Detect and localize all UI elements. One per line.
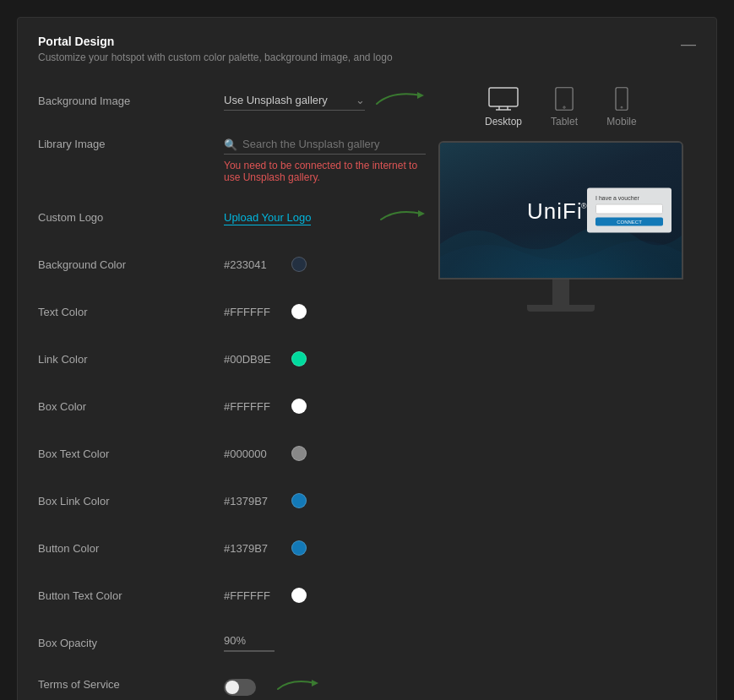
color-label-2: Link Color xyxy=(38,353,224,366)
mobile-tab-label: Mobile xyxy=(606,116,636,128)
svg-text:®: ® xyxy=(581,202,587,210)
background-image-control: Use Unsplash gallery ⌄ xyxy=(224,90,365,111)
card-title-block: Portal Design Customize your hotspot wit… xyxy=(38,35,393,63)
color-control-5: #1379B7 xyxy=(224,493,426,508)
custom-logo-label: Custom Logo xyxy=(38,211,224,224)
library-image-label: Library Image xyxy=(38,134,224,150)
color-row-2: Link Color #00DB9E xyxy=(38,345,426,372)
color-row-5: Box Link Color #1379B7 xyxy=(38,487,426,514)
device-tab-mobile[interactable]: Mobile xyxy=(606,87,637,128)
color-swatch-7[interactable] xyxy=(291,588,307,603)
color-row-0: Background Color #233041 xyxy=(38,251,426,278)
right-pane: Desktop Tablet Mobil xyxy=(426,87,696,700)
terms-control: Users will be required to accept the Ter… xyxy=(224,676,426,700)
card-subtitle: Customize your hotspot with custom color… xyxy=(38,52,393,63)
color-control-6: #1379B7 xyxy=(224,540,426,556)
svg-marker-0 xyxy=(417,92,424,99)
terms-toggle[interactable] xyxy=(224,679,256,696)
background-image-label: Background Image xyxy=(38,95,224,107)
color-label-0: Background Color xyxy=(38,258,224,271)
color-row-inner-5: #1379B7 xyxy=(224,493,426,508)
svg-marker-1 xyxy=(418,210,425,217)
voucher-input-mock xyxy=(595,204,663,214)
mobile-icon xyxy=(606,87,637,111)
custom-logo-row: Custom Logo Upload Your Logo xyxy=(38,203,426,231)
voucher-title: I have a voucher xyxy=(595,195,663,201)
library-image-control: 🔍 You need to be connected to the intern… xyxy=(224,134,426,183)
desktop-tab-label: Desktop xyxy=(485,116,522,128)
monitor-base xyxy=(527,305,595,312)
device-tab-desktop[interactable]: Desktop xyxy=(485,87,522,128)
color-swatch-4[interactable] xyxy=(291,446,307,461)
color-label-1: Text Color xyxy=(38,306,224,318)
logo-arrow-indicator xyxy=(379,207,426,228)
voucher-box: I have a voucher CONNECT xyxy=(587,188,671,233)
color-control-2: #00DB9E xyxy=(224,351,426,366)
color-row-4: Box Text Color #000000 xyxy=(38,440,426,467)
tablet-icon xyxy=(549,87,579,111)
library-search-input[interactable] xyxy=(224,134,426,155)
device-tab-tablet[interactable]: Tablet xyxy=(549,87,579,128)
background-image-dropdown[interactable]: Use Unsplash gallery ⌄ xyxy=(224,90,365,111)
main-content: Background Image Use Unsplash gallery ⌄ xyxy=(38,87,696,700)
chevron-down-icon: ⌄ xyxy=(356,94,365,106)
library-image-row: Library Image 🔍 You need to be connected… xyxy=(38,134,426,183)
color-label-4: Box Text Color xyxy=(38,448,224,460)
color-hex-5: #1379B7 xyxy=(224,495,285,507)
color-label-3: Box Color xyxy=(38,400,224,413)
monitor-stem xyxy=(552,279,569,305)
color-label-7: Button Text Color xyxy=(38,589,224,602)
color-row-inner-1: #FFFFFF xyxy=(224,304,426,319)
color-swatch-3[interactable] xyxy=(291,399,307,414)
opacity-bar xyxy=(224,650,275,652)
minimize-button[interactable]: — xyxy=(681,36,696,52)
color-hex-4: #000000 xyxy=(224,448,285,460)
color-swatch-0[interactable] xyxy=(291,257,307,272)
portal-design-card: Portal Design Customize your hotspot wit… xyxy=(17,17,717,700)
color-swatch-6[interactable] xyxy=(291,540,307,556)
color-swatch-5[interactable] xyxy=(291,493,307,508)
card-title: Portal Design xyxy=(38,35,393,48)
desktop-screen: UniFi ® I have a voucher CONNECT xyxy=(438,141,683,279)
color-control-4: #000000 xyxy=(224,446,426,461)
color-hex-1: #FFFFFF xyxy=(224,306,285,318)
terms-row: Terms of Service xyxy=(38,676,426,700)
background-image-row: Background Image Use Unsplash gallery ⌄ xyxy=(38,87,426,114)
desktop-icon xyxy=(488,87,519,111)
unifi-logo-area: UniFi ® xyxy=(527,193,595,227)
library-error-text: You need to be connected to the internet… xyxy=(224,160,426,183)
color-row-inner-4: #000000 xyxy=(224,446,426,461)
color-hex-3: #FFFFFF xyxy=(224,400,285,413)
left-pane: Background Image Use Unsplash gallery ⌄ xyxy=(38,87,426,700)
background-image-value: Use Unsplash gallery xyxy=(224,94,328,106)
voucher-connect-btn: CONNECT xyxy=(595,218,663,226)
box-opacity-value: 90% xyxy=(224,634,426,647)
color-row-7: Button Text Color #FFFFFF xyxy=(38,582,426,609)
color-hex-6: #1379B7 xyxy=(224,542,285,555)
toggle-knob xyxy=(226,681,239,694)
color-label-6: Button Color xyxy=(38,542,224,555)
upload-logo-link[interactable]: Upload Your Logo xyxy=(224,211,311,225)
color-row-inner-6: #1379B7 xyxy=(224,540,426,556)
color-swatch-2[interactable] xyxy=(291,351,307,366)
search-icon: 🔍 xyxy=(224,138,237,151)
svg-rect-3 xyxy=(489,88,518,106)
terms-label: Terms of Service xyxy=(38,676,224,691)
color-swatch-1[interactable] xyxy=(291,304,307,319)
color-row-inner-3: #FFFFFF xyxy=(224,399,426,414)
search-row: 🔍 xyxy=(224,134,426,155)
color-row-inner-7: #FFFFFF xyxy=(224,588,426,603)
svg-point-10 xyxy=(621,106,623,108)
color-hex-2: #00DB9E xyxy=(224,353,285,366)
color-row-inner-2: #00DB9E xyxy=(224,351,426,366)
color-row-1: Text Color #FFFFFF xyxy=(38,298,426,325)
preview-image-area: UniFi ® I have a voucher CONNECT xyxy=(440,143,682,278)
background-arrow-indicator xyxy=(375,89,426,113)
custom-logo-control: Upload Your Logo xyxy=(224,211,369,224)
color-hex-7: #FFFFFF xyxy=(224,589,285,602)
box-opacity-row: Box Opacity 90% xyxy=(38,629,426,656)
svg-point-8 xyxy=(563,106,565,108)
device-tabs: Desktop Tablet Mobil xyxy=(485,87,637,128)
svg-text:UniFi: UniFi xyxy=(527,198,583,224)
page-wrapper: Portal Design Customize your hotspot wit… xyxy=(0,17,734,700)
